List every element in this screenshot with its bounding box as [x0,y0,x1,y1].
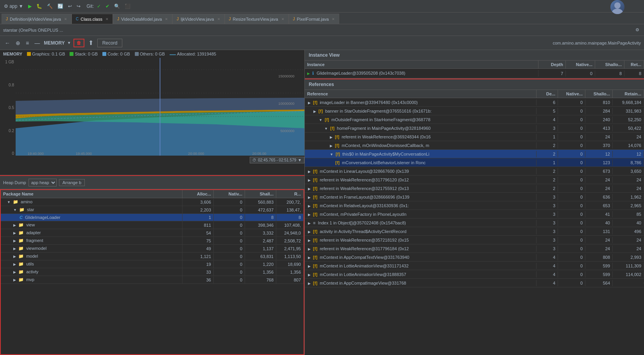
ref-cell-depth: 6 [537,99,558,106]
tab-ijkvideoview[interactable]: J IjkVideoView.java ✕ [172,14,224,24]
tab-icon-class: C [76,17,79,21]
ref-row[interactable]: ▶ [f] activity in ActivityThread$Activit… [305,227,644,236]
tab-close-pixel[interactable]: ✕ [332,17,335,21]
heap-cell-alloc: 54 [182,229,214,237]
memory-dropdown-icon[interactable]: ▼ [67,41,71,45]
legend-stack-text: Stack: 0 GB [75,52,98,56]
app-menu-button[interactable]: ⚙ app ▼ [2,3,25,10]
list-item[interactable]: ▶ 📁 view 811 0 398,346 107,408, [1,221,304,229]
ref-row[interactable]: ▶ [f] mContext in LottieAnimationView@33… [305,262,644,270]
list-item[interactable]: ▼ 📁 amino 3,606 0 560,883 200,72, [1,198,304,206]
heap-selector[interactable]: app heap [29,179,57,186]
heap-cell-name: ▶ 📁 fragment [1,237,182,244]
ref-col-retain[interactable]: Retain... [613,90,644,98]
tab-definitionijkvideoview[interactable]: J DefinitionIjkVideoView.java ✕ [2,14,72,24]
ref-row[interactable]: ▶ [f] mContext in AppCompatTextView@3317… [305,253,644,262]
tab-close-video[interactable]: ✕ [165,17,168,21]
heap-cell-native: 0 [214,214,245,221]
heap-cell-shallow: 1,356 [245,269,276,276]
ref-cell-native: 0 [558,237,585,243]
nav-icon-1[interactable]: ⊕ [14,39,22,47]
ref-row[interactable]: ▶ [f] mContext in FrameLayout@328666696 … [305,193,644,201]
ref-col-shallow[interactable]: Shallo... [585,90,613,98]
ref-row[interactable]: ▶ [f] referent in WeakReference@36924834… [305,133,644,141]
sync-button[interactable]: 🔄 [56,3,65,10]
heap-col-retain[interactable]: R... [276,190,304,198]
instance-col-depth[interactable]: Depth [538,61,566,68]
ref-col-depth[interactable]: De... [537,90,558,98]
chart-area: MEMORY Graphics: 0.1 GB Stack: 0 GB Code… [0,50,304,175]
ref-row[interactable]: [f] mConversationListBehaviorListener in… [305,158,644,167]
instance-col-instance[interactable]: Instance [305,61,538,68]
export-button[interactable]: ⬆ [87,38,95,47]
ref-row[interactable]: ▶ [f] mContext in LinearLayout@328667600… [305,167,644,176]
back-button[interactable]: ← [3,39,12,47]
list-item[interactable]: ▶ 📁 viewmodel 49 0 1,137 2,471,95 [1,245,304,253]
list-item[interactable]: ▶ 📁 utils 19 0 1,220 18,690 [1,260,304,268]
ref-col-reference[interactable]: Reference [305,90,537,98]
terminal-button[interactable]: ⬛ [123,3,132,10]
f-icon: [f] [313,100,317,105]
run-button[interactable]: ▶ [27,3,33,10]
ref-row[interactable]: ▶ [f] imageLoader in Banner@339476480 (0… [305,98,644,107]
tab-classclass[interactable]: C Class.class ✕ [72,14,113,24]
heap-col-shallow[interactable]: Shall... [245,190,276,198]
git-x-button[interactable]: ✔ [104,3,111,10]
legend-allocated-text: Allocated: 13919485 [177,52,216,56]
git-check-button[interactable]: ✓ [95,3,102,10]
tab-pixelformat[interactable]: J PixelFormat.java ✕ [289,14,340,24]
nav-icon-2[interactable]: ≡ [24,39,30,47]
tab-resizetextureview[interactable]: J ResizeTextureView.java ✕ [225,14,289,24]
list-item[interactable]: C GlideImageLoader 1 0 8 8 [1,214,304,221]
record-button[interactable]: Record [97,39,123,47]
list-item[interactable]: ▶ 📁 model 1,121 0 63,831 1,113,50 [1,253,304,260]
instance-col-shallow[interactable]: Shallo... [595,61,624,68]
delete-button[interactable]: 🗑 [73,39,84,47]
ref-row[interactable]: ▼ [f] this$0 in MainPageActivity$MyConve… [305,150,644,158]
ref-row[interactable]: ▼ [f] mOutsideFragment in StarHomeFragme… [305,115,644,124]
ref-cell-shallow: 40 [585,220,613,226]
ref-cell-name: ▶ [f] referent in WeakReference@35721819… [305,237,537,243]
heap-col-native[interactable]: Nativ... [214,190,245,198]
tab-close-definition[interactable]: ✕ [64,17,67,21]
redo-button[interactable]: ↪ [75,3,82,10]
nav-icon-3[interactable]: — [33,39,41,47]
undo-button[interactable]: ↩ [66,3,73,10]
ref-row[interactable]: ▶ [f] mContext, mPrivateFactory in Phone… [305,210,644,219]
heap-col-package[interactable]: Package Name [1,190,182,198]
ref-row[interactable]: ▶ [f] referent in WeakReference@31779612… [305,176,644,184]
instance-row[interactable]: ▶ ℹ GlideImageLoader@339505208 (0x143c70… [305,69,644,78]
refs-table[interactable]: ▶ [f] imageLoader in Banner@339476480 (0… [305,98,644,355]
ref-row[interactable]: ▶ [f] referent in WeakReference@32175591… [305,184,644,193]
settings-icon[interactable]: ⚙ [635,27,639,32]
instance-col-ret[interactable]: Ret... [624,61,644,68]
tab-close-ijk[interactable]: ✕ [217,17,220,21]
list-item[interactable]: ▼ 📁 star 2,203 0 472,637 138,47, [1,206,304,214]
ref-row[interactable]: ▶ [f] mContext in LottieAnimationView@31… [305,270,644,279]
ref-row[interactable]: ▼ [f] homeFragment in MainPageActivity@3… [305,124,644,133]
build-button[interactable]: 🔨 [45,3,54,10]
tab-close-class[interactable]: ✕ [106,17,109,21]
ref-row[interactable]: ▶ [f] mContext in AppCompatImageView@331… [305,279,644,287]
ref-row[interactable]: ▶ ≡ Index 1 in Object[]@357022408 (0x154… [305,219,644,227]
ref-row[interactable]: ▶ [f] mContext in RelativeLayout@3316309… [305,201,644,210]
arrange-button[interactable]: Arrange b [59,179,85,186]
filter-icon[interactable]: ▼ [298,158,302,162]
heap-col-alloc[interactable]: Alloc... [182,190,214,198]
list-item[interactable]: ▶ 📁 activty 33 0 1,356 1,356 [1,268,304,276]
tab-close-resize[interactable]: ✕ [281,17,284,21]
list-item[interactable]: ▶ 📁 mvp 36 0 768 807 [1,276,304,284]
ref-row[interactable]: ▶ [f] referent in WeakReference@35721819… [305,236,644,244]
heap-table[interactable]: Package Name Alloc... Nativ... Shall... … [0,189,304,355]
ref-row[interactable]: ▶ [f] mContext, mOnWindowDismissedCallba… [305,141,644,150]
instance-col-native[interactable]: Native... [566,61,595,68]
debug-button[interactable]: 🐛 [35,3,44,10]
ref-cell-retain: 12 [613,151,644,157]
list-item[interactable]: ▶ 📁 fragment 75 0 2,487 2,508,72 [1,237,304,245]
list-item[interactable]: ▶ 📁 adapter 54 0 3,332 24,948,0 [1,229,304,237]
tab-videodatamodel[interactable]: J VideoDataModel.java ✕ [113,14,172,24]
search-button[interactable]: 🔍 [113,3,122,10]
ref-row[interactable]: ▶ [f] banner in StarOutsideFragment@3765… [305,107,644,115]
ref-col-native[interactable]: Native... [558,90,585,98]
ref-row[interactable]: ▶ [f] referent in WeakReference@31779618… [305,244,644,253]
